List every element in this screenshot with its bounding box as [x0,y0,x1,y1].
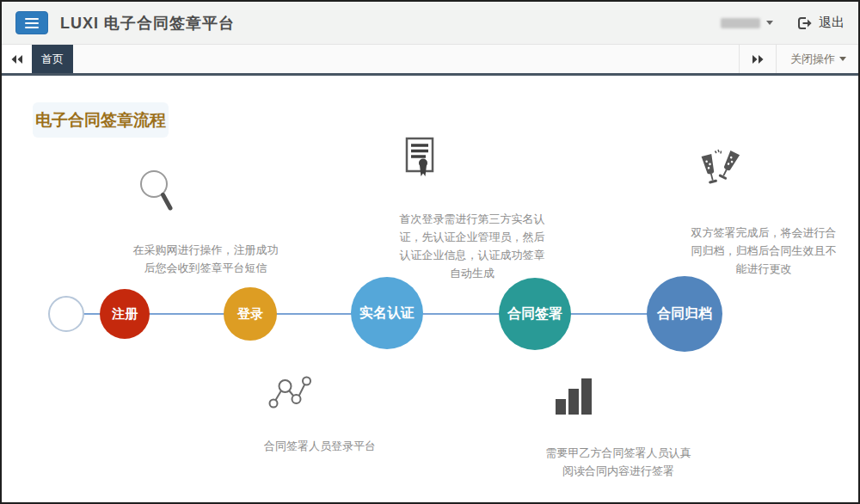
step-contract-sign: 合同签署 [499,278,571,350]
tab-home[interactable]: 首页 [32,45,73,73]
note-register: 在采购网进行操作，注册成功 后您会收到签章平台短信 [128,241,283,277]
double-chevron-left-icon [10,54,24,65]
username-redacted [721,18,760,28]
header-right: 退出 [721,15,845,31]
app-title: LUXI 电子合同签章平台 [60,13,235,34]
note-login: 合同签署人员登录平台 [225,437,415,455]
tab-bar: 首页 关闭操作 [2,45,858,76]
note-sign: 需要甲乙方合同签署人员认真 阅读合同内容进行签署 [524,444,713,480]
user-menu[interactable] [721,18,773,28]
step-realname-auth: 实名认证 [351,277,423,349]
step-login: 登录 [224,287,277,341]
tabbar-spacer [73,45,739,73]
note-realname-auth: 首次登录需进行第三方实名认 证，先认证企业管理员，然后 认证企业信息，认证成功签… [386,210,558,282]
page-title: 电子合同签章流程 [33,102,169,138]
logout-button[interactable]: 退出 [797,15,845,31]
note-archive: 双方签署完成后，将会进行合 同归档，归档后合同生效且不 能进行更改 [678,224,850,278]
magnifier-icon [138,169,175,213]
flow-start-circle [48,296,84,332]
tabs-scroll-left-button[interactable] [2,45,32,73]
certificate-icon [404,136,435,179]
step-register: 注册 [100,289,150,339]
chevron-down-icon [766,21,773,25]
hamburger-icon [25,18,39,20]
tabs-scroll-right-button[interactable] [739,45,777,73]
app-header: LUXI 电子合同签章平台 退出 [2,2,858,45]
toast-glasses-icon [697,149,741,192]
double-chevron-right-icon [751,54,765,65]
chevron-down-icon [839,57,846,61]
app-window: LUXI 电子合同签章平台 退出 首页 [0,0,860,504]
step-contract-archive: 合同归档 [647,276,722,352]
main-content: 电子合同签章流程 [2,76,858,500]
hamburger-menu-button[interactable] [15,11,48,34]
sign-out-icon [797,16,812,30]
trend-nodes-icon [267,375,313,411]
close-operations-dropdown[interactable]: 关闭操作 [777,45,858,73]
close-operations-label: 关闭操作 [790,52,835,67]
bar-chart-icon [554,377,593,415]
logout-label: 退出 [819,15,845,31]
